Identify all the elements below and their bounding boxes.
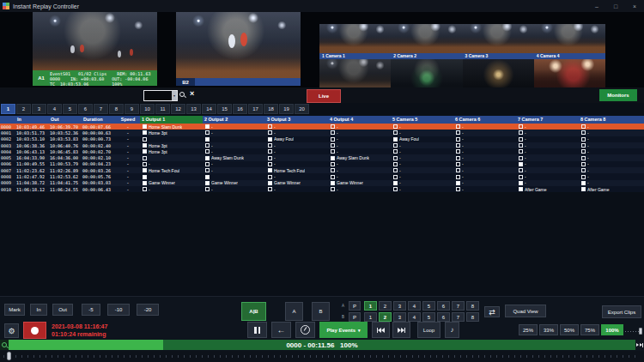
- table-row[interactable]: 000010:03:49.4610:06:39.7000:00:07.66-Ho…: [0, 124, 644, 130]
- export-clips-button[interactable]: Export Clips: [602, 305, 641, 318]
- event-checkbox[interactable]: [581, 168, 586, 172]
- play-events-button[interactable]: Play Events▾: [319, 322, 368, 338]
- bank-a-camera-2[interactable]: 2: [379, 301, 392, 311]
- event-checkbox[interactable]: [581, 137, 586, 142]
- event-checkbox[interactable]: [519, 137, 523, 142]
- event-checkbox[interactable]: [393, 168, 398, 172]
- speed-100[interactable]: 100%: [601, 324, 623, 335]
- event-checkbox[interactable]: [581, 156, 586, 160]
- tab-4[interactable]: 4: [47, 104, 62, 114]
- event-checkbox[interactable]: [393, 143, 398, 148]
- tab-17[interactable]: 17: [248, 104, 263, 114]
- event-checkbox[interactable]: [331, 130, 335, 135]
- event-checkbox[interactable]: [143, 156, 147, 160]
- event-checkbox[interactable]: [205, 175, 210, 179]
- event-checkbox[interactable]: [205, 143, 210, 148]
- event-checkbox[interactable]: [143, 162, 147, 166]
- bank-a-camera-5[interactable]: 5: [422, 301, 435, 311]
- camera-thumb-4[interactable]: 4 Camera 4: [534, 24, 605, 59]
- timeline-ruler[interactable]: [0, 351, 644, 362]
- table-row[interactable]: 000310:06:38.3610:06:40.7600:00:02.40-Ho…: [0, 142, 644, 148]
- speed-33[interactable]: 33%: [539, 324, 558, 335]
- event-checkbox[interactable]: [519, 156, 523, 160]
- event-checkbox[interactable]: [205, 162, 210, 166]
- event-checkbox[interactable]: [331, 143, 335, 148]
- event-checkbox[interactable]: [331, 124, 335, 129]
- tab-14[interactable]: 14: [202, 104, 216, 114]
- event-checkbox[interactable]: [331, 168, 335, 172]
- swap-icon[interactable]: ⇄: [484, 306, 500, 317]
- back-button[interactable]: ←: [271, 322, 291, 338]
- event-checkbox[interactable]: [268, 175, 272, 179]
- event-checkbox[interactable]: [268, 181, 272, 185]
- next-event-button[interactable]: [392, 322, 410, 338]
- speed-75[interactable]: 75%: [580, 324, 599, 335]
- camera-thumb-1[interactable]: 1 Camera 1: [319, 24, 391, 59]
- table-row[interactable]: 000410:06:43.1310:06:45.8300:00:02.70-Ho…: [0, 148, 644, 154]
- settings-button[interactable]: ⚙: [4, 323, 19, 338]
- event-checkbox[interactable]: [205, 156, 210, 160]
- event-checkbox[interactable]: [393, 175, 398, 179]
- bank-a-camera-3[interactable]: 3: [393, 301, 406, 311]
- event-checkbox[interactable]: [143, 175, 147, 179]
- event-checkbox[interactable]: [205, 137, 210, 142]
- event-checkbox[interactable]: [581, 130, 586, 135]
- event-checkbox[interactable]: [268, 156, 272, 160]
- maximize-icon[interactable]: □: [606, 0, 625, 12]
- event-checkbox[interactable]: [456, 137, 460, 142]
- record-button[interactable]: [23, 322, 46, 339]
- mark-button-out[interactable]: Out: [52, 304, 73, 316]
- ab-toggle-button[interactable]: A|B: [241, 302, 266, 321]
- pause-button[interactable]: [247, 322, 267, 338]
- bank-b-camera-3[interactable]: 3: [393, 312, 406, 322]
- quad-view-button[interactable]: Quad View: [505, 305, 546, 317]
- bank-a-camera-4[interactable]: 4: [408, 301, 421, 311]
- event-checkbox[interactable]: [331, 162, 335, 166]
- table-row[interactable]: 000911:04:38.7211:04:41.7500:00:03.03-Ga…: [0, 180, 644, 186]
- event-checkbox[interactable]: [143, 168, 147, 172]
- tab-13[interactable]: 13: [186, 104, 201, 114]
- loop-button[interactable]: Loop: [417, 322, 440, 338]
- event-checkbox[interactable]: [581, 162, 586, 166]
- event-checkbox[interactable]: [456, 181, 460, 185]
- event-checkbox[interactable]: [581, 181, 586, 185]
- event-checkbox[interactable]: [519, 175, 523, 179]
- event-checkbox[interactable]: [456, 143, 460, 148]
- bank-b-camera-2[interactable]: 2: [379, 312, 392, 322]
- event-checkbox[interactable]: [519, 187, 523, 191]
- bank-b-camera-4[interactable]: 4: [408, 312, 421, 322]
- tab-20[interactable]: 20: [295, 104, 309, 114]
- event-checkbox[interactable]: [393, 187, 398, 191]
- live-button[interactable]: Live: [307, 89, 341, 103]
- event-checkbox[interactable]: [205, 149, 210, 154]
- tab-1[interactable]: 1: [1, 104, 15, 114]
- event-checkbox[interactable]: [268, 143, 272, 148]
- timeline-scrubber[interactable]: [7, 352, 11, 360]
- mark-button-20[interactable]: -20: [137, 304, 159, 316]
- table-row[interactable]: 000711:02:23.6211:02:26.8900:00:03.26-Ho…: [0, 167, 644, 173]
- event-checkbox[interactable]: [205, 181, 210, 185]
- tab-18[interactable]: 18: [264, 104, 278, 114]
- event-checkbox[interactable]: [268, 149, 272, 154]
- event-checkbox[interactable]: [393, 124, 398, 129]
- event-checkbox[interactable]: [519, 168, 523, 172]
- monitors-button[interactable]: Monitors: [599, 89, 637, 101]
- tab-8[interactable]: 8: [109, 104, 124, 114]
- camera-thumb-2[interactable]: 2 Camera 2: [391, 24, 462, 59]
- a-button[interactable]: A: [285, 302, 303, 321]
- tab-2[interactable]: 2: [16, 104, 31, 114]
- search-dropdown-icon[interactable]: ▾: [172, 91, 177, 100]
- event-checkbox[interactable]: [268, 124, 272, 129]
- mark-button-in[interactable]: In: [30, 304, 47, 316]
- mark-button-mark[interactable]: Mark: [4, 304, 25, 316]
- event-checkbox[interactable]: [143, 124, 147, 129]
- event-checkbox[interactable]: [268, 130, 272, 135]
- table-row[interactable]: 001011:06:18.1211:06:24.5500:00:06.43---…: [0, 186, 644, 192]
- bank-b-preset-button[interactable]: P: [349, 312, 361, 322]
- progress-bar[interactable]: 0000 - 00:11.56 100%: [9, 340, 635, 350]
- event-checkbox[interactable]: [519, 181, 523, 185]
- audio-button[interactable]: ♪: [445, 322, 459, 338]
- bank-a-camera-1[interactable]: 1: [364, 301, 377, 311]
- event-checkbox[interactable]: [268, 137, 272, 142]
- event-checkbox[interactable]: [581, 149, 586, 154]
